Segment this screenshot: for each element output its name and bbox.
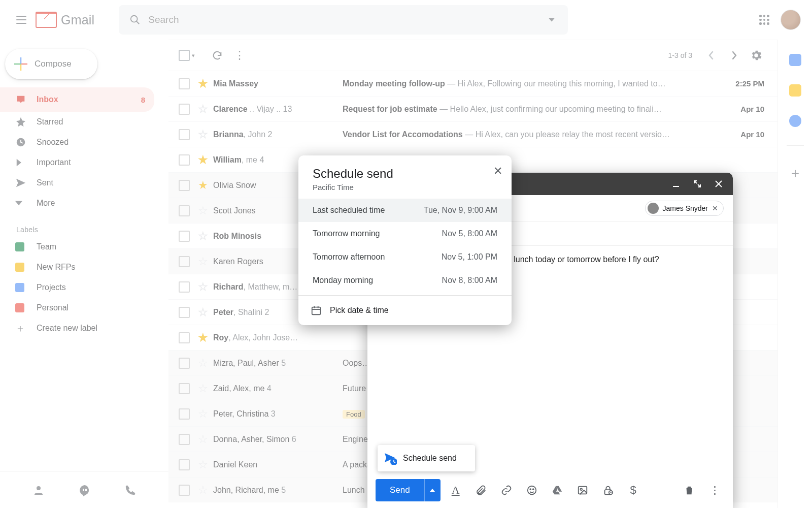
emoji-button[interactable] bbox=[522, 480, 542, 500]
compose-close-button[interactable] bbox=[709, 175, 728, 193]
schedule-send-dialog: Schedule send Pacific Time ✕ Last schedu… bbox=[298, 155, 512, 325]
schedule-option-time: Tue, Nov 9, 9:00 AM bbox=[424, 206, 497, 215]
send-more-button[interactable] bbox=[424, 479, 441, 501]
schedule-option[interactable]: Monday morningNov 8, 8:00 AM bbox=[298, 269, 512, 292]
schedule-option-time: Nov 5, 8:00 AM bbox=[442, 229, 497, 238]
recipient-remove-icon[interactable]: ✕ bbox=[712, 204, 718, 212]
calendar-icon bbox=[311, 305, 322, 316]
confidential-button[interactable] bbox=[598, 480, 618, 500]
schedule-dialog-title: Schedule send bbox=[313, 167, 497, 181]
discard-draft-button[interactable] bbox=[679, 480, 699, 500]
insert-link-button[interactable] bbox=[496, 480, 517, 500]
recipient-chip[interactable]: James Snyder ✕ bbox=[645, 201, 724, 216]
schedule-option-label: Last scheduled time bbox=[313, 206, 385, 215]
svg-rect-13 bbox=[578, 487, 587, 494]
schedule-send-icon bbox=[384, 452, 397, 465]
schedule-custom-label: Pick date & time bbox=[330, 306, 389, 315]
svg-point-10 bbox=[527, 486, 536, 495]
svg-point-11 bbox=[530, 489, 531, 490]
schedule-option[interactable]: Tomorrow morningNov 5, 8:00 AM bbox=[298, 222, 512, 245]
recipient-name: James Snyder bbox=[663, 204, 708, 212]
schedule-send-flyout-label: Schedule send bbox=[403, 454, 457, 463]
schedule-option-label: Tomorrow afternoon bbox=[313, 252, 385, 262]
schedule-pick-date-time[interactable]: Pick date & time bbox=[298, 296, 512, 325]
schedule-dialog-subtitle: Pacific Time bbox=[313, 183, 497, 192]
insert-photo-button[interactable] bbox=[572, 480, 593, 500]
compose-fullscreen-button[interactable] bbox=[688, 175, 706, 193]
schedule-option[interactable]: Tomorrow afternoonNov 5, 1:00 PM bbox=[298, 245, 512, 269]
schedule-option-label: Tomorrow morning bbox=[313, 229, 380, 238]
svg-rect-17 bbox=[312, 307, 321, 315]
drive-button[interactable] bbox=[547, 480, 567, 500]
send-button[interactable]: Send bbox=[376, 479, 424, 501]
schedule-option-time: Nov 8, 8:00 AM bbox=[442, 276, 497, 285]
schedule-send-flyout[interactable]: Schedule send bbox=[378, 445, 475, 471]
schedule-option-label: Monday morning bbox=[313, 276, 373, 285]
schedule-option-time: Nov 5, 1:00 PM bbox=[442, 252, 497, 262]
compose-more-button[interactable]: ⋮ bbox=[704, 480, 725, 500]
send-button-group: Send bbox=[376, 479, 441, 501]
schedule-dialog-close-button[interactable]: ✕ bbox=[493, 165, 502, 178]
compose-footer: Send A $ ⋮ bbox=[367, 472, 733, 508]
svg-point-12 bbox=[533, 489, 534, 490]
attach-button[interactable] bbox=[471, 480, 491, 500]
compose-body-tail: ab lunch today or tomorrow before I fly … bbox=[502, 255, 659, 264]
compose-minimize-button[interactable] bbox=[667, 175, 685, 193]
svg-point-14 bbox=[580, 488, 582, 490]
schedule-option[interactable]: Last scheduled timeTue, Nov 9, 9:00 AM bbox=[298, 199, 512, 222]
recipient-avatar-icon bbox=[648, 203, 659, 214]
formatting-button[interactable]: A bbox=[446, 480, 466, 500]
request-payment-button[interactable]: $ bbox=[623, 480, 644, 500]
